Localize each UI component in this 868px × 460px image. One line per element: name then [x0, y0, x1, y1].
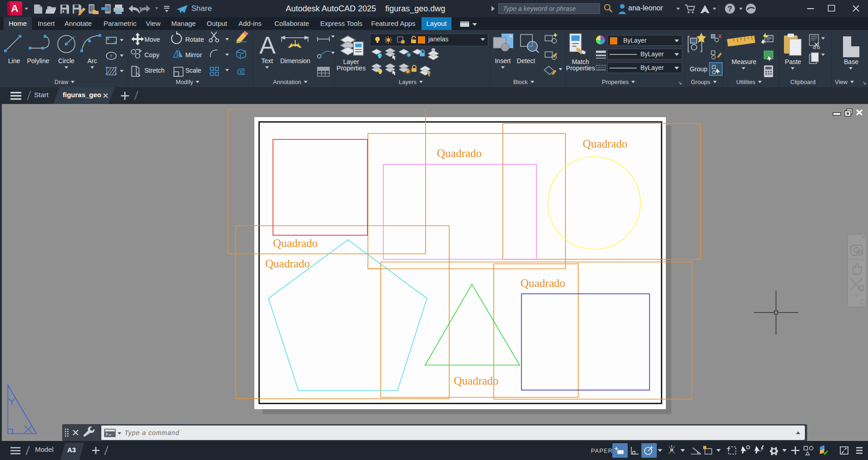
svg-text:2D: 2D: [856, 249, 862, 255]
svg-text:Quadrado: Quadrado: [265, 257, 310, 270]
svg-text:Quadrado: Quadrado: [454, 375, 499, 387]
svg-text:Quadrado: Quadrado: [583, 138, 628, 150]
svg-text:Quadrado: Quadrado: [273, 237, 318, 249]
svg-text:Quadrado: Quadrado: [437, 147, 482, 159]
svg-text:?: ?: [728, 5, 732, 13]
svg-text:Quadrado: Quadrado: [521, 277, 565, 289]
